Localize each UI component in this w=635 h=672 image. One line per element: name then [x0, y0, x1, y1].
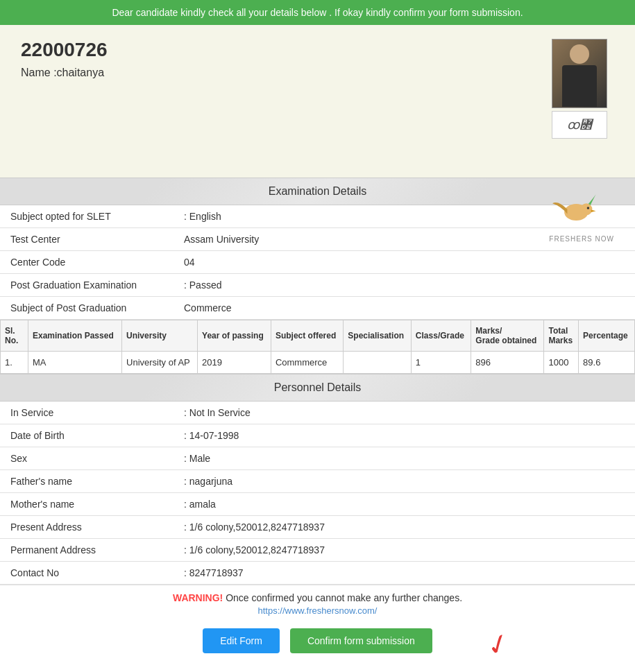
candidate-name: Name :chaitanya [21, 67, 552, 79]
personnel-detail-row: Mother's name : amala [0, 493, 635, 516]
field-label: Subject of Post Graduation [0, 297, 173, 320]
cell-subject: Commmerce [271, 352, 343, 374]
field-value: : 8247718937 [173, 562, 635, 585]
personnel-details-header: Personnel Details [0, 374, 635, 402]
header-section: 22000726 Name :chaitanya ꝏ꟒ [0, 25, 635, 178]
col-specialisation: Specialisation [344, 320, 412, 352]
field-value: : Passed [173, 274, 635, 297]
examination-details-header: Examination Details [0, 178, 635, 205]
field-label: In Service [0, 402, 173, 424]
cell-class: 1 [411, 352, 471, 374]
warning-message: WARNING! Once confirmed you cannot make … [14, 592, 621, 603]
exam-detail-row: Subject of Post Graduation Commerce [0, 297, 635, 320]
cell-sl: 1. [1, 352, 28, 374]
personnel-detail-row: In Service : Not In Service [0, 402, 635, 424]
photo-section: ꝏ꟒ [552, 39, 607, 139]
candidate-photo [552, 39, 607, 108]
signature-box: ꝏ꟒ [552, 111, 607, 139]
field-value: Commerce [173, 297, 635, 320]
cell-specialisation [344, 352, 412, 374]
candidate-id: 22000726 [21, 39, 552, 61]
photo-placeholder [552, 39, 607, 108]
field-label: Date of Birth [0, 424, 173, 447]
bird-icon [549, 191, 598, 233]
examination-details-table: Subject opted for SLET : English Test Ce… [0, 205, 635, 320]
col-percentage: Percentage [579, 320, 635, 352]
field-label: Post Graduation Examination [0, 274, 173, 297]
cell-university: University of AP [122, 352, 198, 374]
field-label: Father's name [0, 470, 173, 493]
freshers-now-logo: FRESHERS NOW [549, 191, 614, 243]
exam-grid-header-row: Sl.No. Examination Passed University Yea… [1, 320, 635, 352]
confirm-submission-button[interactable]: Confirm form submission [290, 628, 432, 653]
cell-year: 2019 [198, 352, 271, 374]
website-url: https://www.freshersnow.com/ [14, 605, 621, 616]
col-total-marks: TotalMarks [544, 320, 579, 352]
personnel-detail-row: Sex : Male [0, 447, 635, 470]
candidate-info: 22000726 Name :chaitanya [21, 39, 552, 79]
exam-detail-row: Post Graduation Examination : Passed [0, 274, 635, 297]
warning-text: Once confirmed you cannot make any furth… [226, 592, 462, 603]
cell-total: 1000 [544, 352, 579, 374]
field-label: Sex [0, 447, 173, 470]
personnel-details-table: In Service : Not In Service Date of Birt… [0, 402, 635, 585]
exam-grid-table: Sl.No. Examination Passed University Yea… [0, 320, 635, 374]
field-label: Contact No [0, 562, 173, 585]
col-sl: Sl.No. [1, 320, 28, 352]
exam-grid-row: 1. MA University of AP 2019 Commmerce 1 … [1, 352, 635, 374]
field-value: 04 [173, 251, 635, 274]
exam-detail-row: Subject opted for SLET : English [0, 205, 635, 228]
col-subject: Subject offered [271, 320, 343, 352]
warning-prefix: WARNING! [173, 592, 223, 603]
top-banner: Dear candidate kindly check all your det… [0, 0, 635, 25]
personnel-detail-row: Contact No : 8247718937 [0, 562, 635, 585]
field-value: : Not In Service [173, 402, 635, 424]
personnel-detail-row: Father's name : nagarjuna [0, 470, 635, 493]
personnel-detail-row: Date of Birth : 14-07-1998 [0, 424, 635, 447]
field-label: Test Center [0, 228, 173, 251]
banner-text: Dear candidate kindly check all your det… [112, 7, 523, 18]
button-row: Edit Form Confirm form submission ✓ [0, 621, 635, 664]
field-label: Present Address [0, 516, 173, 539]
col-class-grade: Class/Grade [411, 320, 471, 352]
exam-detail-row: Test Center Assam University [0, 228, 635, 251]
col-year: Year of passing [198, 320, 271, 352]
field-value: : 1/6 colony,520012,8247718937 [173, 539, 635, 562]
field-label: Center Code [0, 251, 173, 274]
field-value: : amala [173, 493, 635, 516]
col-university: University [122, 320, 198, 352]
field-label: Mother's name [0, 493, 173, 516]
field-value: : Male [173, 447, 635, 470]
field-value: : 1/6 colony,520012,8247718937 [173, 516, 635, 539]
cell-marks: 896 [471, 352, 544, 374]
warning-section: WARNING! Once confirmed you cannot make … [0, 585, 635, 621]
field-value: : 14-07-1998 [173, 424, 635, 447]
cell-percentage: 89.6 [579, 352, 635, 374]
field-label: Subject opted for SLET [0, 205, 173, 228]
checkmark-arrow-icon: ✓ [482, 626, 515, 664]
edit-form-button[interactable]: Edit Form [203, 628, 280, 653]
personnel-detail-row: Present Address : 1/6 colony,520012,8247… [0, 516, 635, 539]
col-marks-obtained: Marks/Grade obtained [471, 320, 544, 352]
personnel-details-section: Personnel Details In Service : Not In Se… [0, 374, 635, 585]
cell-exam: MA [28, 352, 122, 374]
field-value: : nagarjuna [173, 470, 635, 493]
personnel-detail-row: Permanent Address : 1/6 colony,520012,82… [0, 539, 635, 562]
exam-detail-row: Center Code 04 [0, 251, 635, 274]
field-label: Permanent Address [0, 539, 173, 562]
examination-details-section: Examination Details FRESHERS NOW Subject… [0, 178, 635, 320]
col-exam-passed: Examination Passed [28, 320, 122, 352]
svg-point-2 [587, 207, 589, 209]
freshers-now-text: FRESHERS NOW [549, 235, 614, 243]
svg-point-1 [581, 203, 593, 215]
